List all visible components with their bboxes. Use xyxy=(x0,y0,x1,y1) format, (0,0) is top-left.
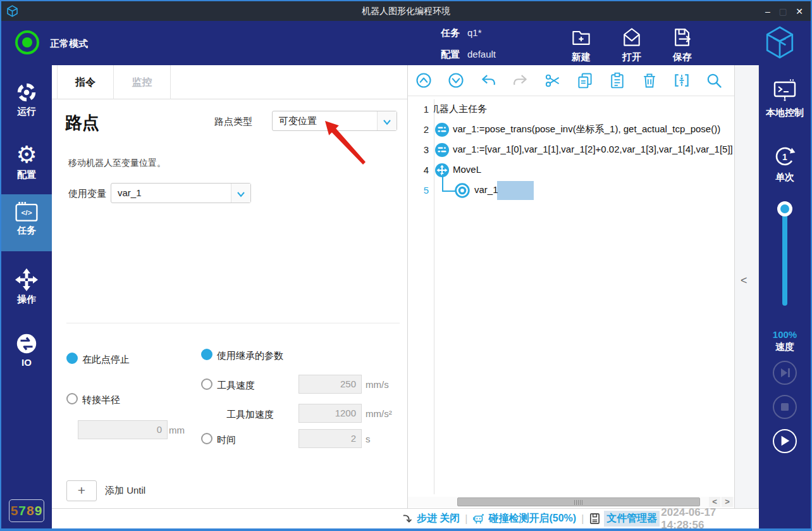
maximize-button[interactable]: ▢ xyxy=(775,4,790,19)
time-label: 时间 xyxy=(217,434,236,446)
move-arrows-icon xyxy=(14,267,39,292)
assignment-icon xyxy=(435,123,449,137)
sidebar-item-run[interactable]: 运行 xyxy=(1,77,52,134)
blend-radius-label: 转接半径 xyxy=(82,394,120,406)
panel-collapse-strip: < xyxy=(735,65,759,508)
speed-slider-track[interactable] xyxy=(782,209,787,306)
new-button-label: 新建 xyxy=(559,51,603,63)
inherit-params-radio[interactable] xyxy=(201,349,212,360)
program-rows: 机器人主任务 var_1:=pose_trans(pose_inv(坐标系_1)… xyxy=(434,99,734,201)
add-until-label: 添加 Until xyxy=(105,485,145,497)
stop-here-label: 在此点停止 xyxy=(82,354,130,366)
sidebar-run-label: 运行 xyxy=(1,106,52,118)
play-icon xyxy=(774,430,795,451)
chevron-down-icon xyxy=(377,111,397,130)
waypoint-type-label: 路点类型 xyxy=(214,116,252,128)
use-variable-dropdown[interactable]: var_1 xyxy=(111,183,251,203)
tree-row-assign-2[interactable]: var_1:=[var_1[0],var_1[1],var_1[2]+0.02,… xyxy=(434,140,734,160)
time-unit: s xyxy=(366,434,371,444)
save-button[interactable]: 保存 xyxy=(660,26,704,63)
collision-detection-status[interactable]: 碰撞检测开启(50%) xyxy=(472,512,576,525)
waypoint-type-dropdown[interactable]: 可变位置 xyxy=(272,111,397,131)
chevron-down-icon xyxy=(231,184,250,203)
sidebar-item-io[interactable]: IO xyxy=(1,328,52,385)
sidebar-operate-label: 操作 xyxy=(1,294,52,306)
robot-icon xyxy=(472,513,485,525)
search-icon[interactable] xyxy=(705,72,723,89)
copy-icon[interactable] xyxy=(576,72,594,89)
sidebar-io-label: IO xyxy=(1,357,52,368)
single-run-label: 单次 xyxy=(759,172,811,184)
tool-accel-unit: mm/s² xyxy=(366,408,392,419)
status-code-badge: 5789 xyxy=(9,499,44,522)
tool-accel-input[interactable]: 1200 xyxy=(298,404,362,423)
app-logo-large xyxy=(764,25,796,60)
new-button[interactable]: 新建 xyxy=(559,26,603,63)
tab-monitor[interactable]: 监控 xyxy=(114,65,171,99)
tool-speed-input[interactable]: 250 xyxy=(298,375,362,394)
title-bar: 机器人图形化编程环境 – ▢ ✕ xyxy=(1,1,811,21)
assignment-icon xyxy=(435,143,449,157)
paste-icon[interactable] xyxy=(608,72,626,89)
step-mode-status[interactable]: 步进 关闭 xyxy=(402,512,460,525)
tool-accel-label: 工具加速度 xyxy=(226,409,274,421)
local-control-button[interactable] xyxy=(772,78,797,103)
left-sidebar: 运行 ⚙ 配置 </> 任务 操作 IO 5789 xyxy=(1,65,52,528)
mode-indicator-icon xyxy=(15,30,39,54)
use-variable-value: var_1 xyxy=(118,187,142,198)
minimize-button[interactable]: – xyxy=(760,4,775,19)
add-until-button[interactable]: + xyxy=(66,480,97,501)
move-up-icon[interactable] xyxy=(415,72,433,89)
inherit-params-label: 使用继承的参数 xyxy=(217,350,283,362)
redo-icon[interactable] xyxy=(512,72,529,89)
open-icon xyxy=(620,26,643,49)
tree-row-assign-1[interactable]: var_1:=pose_trans(pose_inv(坐标系_1), get_a… xyxy=(434,120,734,140)
single-run-button[interactable]: 1 xyxy=(772,144,797,169)
time-input[interactable]: 2 xyxy=(298,429,362,448)
config-value: default xyxy=(467,49,496,59)
collapse-expand-icon[interactable] xyxy=(673,72,691,89)
sidebar-item-operate[interactable]: 操作 xyxy=(1,264,52,321)
svg-text:1: 1 xyxy=(782,152,787,162)
gear-icon: ⚙ xyxy=(1,142,52,168)
line-numbers: 1 2 3 4 5 xyxy=(408,99,429,201)
blend-radius-input[interactable]: 0 xyxy=(78,420,168,439)
divider: | xyxy=(465,513,467,525)
sidebar-task-label: 任务 xyxy=(1,225,52,237)
tool-speed-unit: mm/s xyxy=(366,379,389,390)
task-code-icon: </> xyxy=(14,201,39,223)
blend-radius-radio[interactable] xyxy=(66,393,78,404)
move-down-icon[interactable] xyxy=(447,72,465,89)
tree-connector xyxy=(442,174,456,192)
time-radio[interactable] xyxy=(201,433,212,444)
step-forward-button[interactable] xyxy=(773,361,797,385)
sidebar-item-config[interactable]: ⚙ 配置 xyxy=(1,140,52,197)
open-button[interactable]: 打开 xyxy=(610,26,654,63)
config-label: 配置 xyxy=(441,49,460,59)
delete-icon[interactable] xyxy=(641,72,658,89)
tree-row-waypoint[interactable]: var_1 xyxy=(434,180,734,201)
tree-row-main-task[interactable]: 机器人主任务 xyxy=(434,99,734,120)
main-panel: 指令 监控 路点 路点类型 可变位置 移动机器人至变量位置。 使用变量 var_… xyxy=(52,65,408,508)
task-field: 任务q1* xyxy=(441,27,482,39)
single-cycle-icon: 1 xyxy=(772,144,797,169)
undo-icon[interactable] xyxy=(479,72,497,89)
stop-here-radio[interactable] xyxy=(66,353,78,364)
tree-row-movel[interactable]: MoveL xyxy=(434,160,734,180)
tab-command[interactable]: 指令 xyxy=(57,65,114,99)
file-manager-button[interactable]: 文件管理器 xyxy=(589,511,660,527)
cut-icon[interactable] xyxy=(544,72,562,89)
tool-speed-radio[interactable] xyxy=(201,378,212,390)
scrollbar-thumb[interactable] xyxy=(457,497,700,506)
step-mode-icon xyxy=(402,513,414,525)
speed-slider-knob[interactable] xyxy=(777,201,792,216)
io-icon xyxy=(15,332,39,356)
close-button[interactable]: ✕ xyxy=(792,4,807,19)
sidebar-item-task[interactable]: </> 任务 xyxy=(1,194,52,251)
speed-percent: 100% xyxy=(759,329,811,340)
stop-button[interactable] xyxy=(773,395,797,419)
waypoint-type-value: 可变位置 xyxy=(279,115,317,127)
play-button[interactable] xyxy=(773,429,797,453)
collapse-panel-button[interactable]: < xyxy=(741,274,747,287)
save-icon xyxy=(671,26,694,49)
